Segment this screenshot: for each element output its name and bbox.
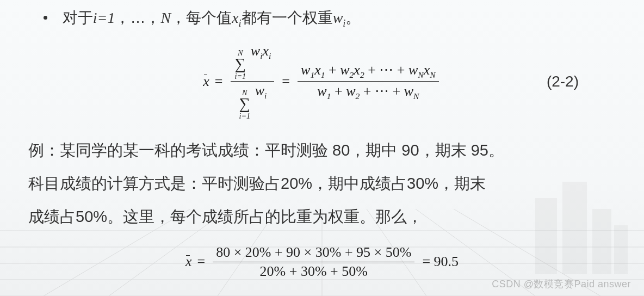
formula1-lhs: x — [203, 73, 209, 90]
formula1-frac2: w1x1 + w2x2 + ⋯ + wNxN w1 + w2 + ⋯ + wN — [298, 60, 439, 102]
bullet-dots: ，…， — [115, 9, 160, 26]
equation-number: (2-2) — [547, 73, 579, 90]
bullet-w: w — [333, 9, 343, 26]
formula2-result: = 90.5 — [422, 254, 459, 270]
example-text: 例：某同学的某一科的考试成绩：平时测验 80，期中 90，期末 95。 科目成绩… — [28, 134, 611, 233]
formula2-eq: = — [197, 254, 205, 270]
example-line3: 成绩占50%。这里，每个成绩所占的比重为权重。那么， — [28, 200, 611, 233]
bullet-definition: 对于i=1，…，N，每个值xi都有一个权重wi。 — [44, 7, 622, 31]
bullet-prefix: 对于 — [63, 9, 93, 26]
formula2-lhs: x — [185, 254, 192, 270]
bullet-N: N — [160, 9, 171, 26]
bullet-end: 。 — [345, 9, 361, 26]
formula-example-calc: x = 80 × 20% + 90 × 30% + 95 × 50% 20% +… — [22, 243, 622, 281]
formula1-eq2: = — [282, 73, 290, 90]
formula1-frac1: N∑i=1 wixi N∑i=1 wi — [231, 42, 275, 121]
bullet-x: x — [232, 9, 238, 26]
watermark: CSDN @数模竞赛Paid answer — [492, 278, 631, 291]
bullet-mid: ，每个值 — [171, 9, 232, 26]
bullet-dot-icon — [44, 16, 47, 20]
example-line2: 科目成绩的计算方式是：平时测验占20%，期中成绩占30%，期末 — [28, 167, 611, 200]
formula-weighted-mean: x = N∑i=1 wixi N∑i=1 wi = w1x1 + w2x2 + … — [22, 42, 622, 121]
bullet-mid2: 都有一个权重 — [242, 9, 333, 26]
formula2-frac: 80 × 20% + 90 × 30% + 95 × 50% 20% + 30%… — [213, 243, 414, 281]
example-line1: 例：某同学的某一科的考试成绩：平时测验 80，期中 90，期末 95。 — [28, 134, 611, 167]
bullet-i-eq: i=1 — [93, 9, 115, 26]
formula1-eq: = — [215, 73, 223, 90]
